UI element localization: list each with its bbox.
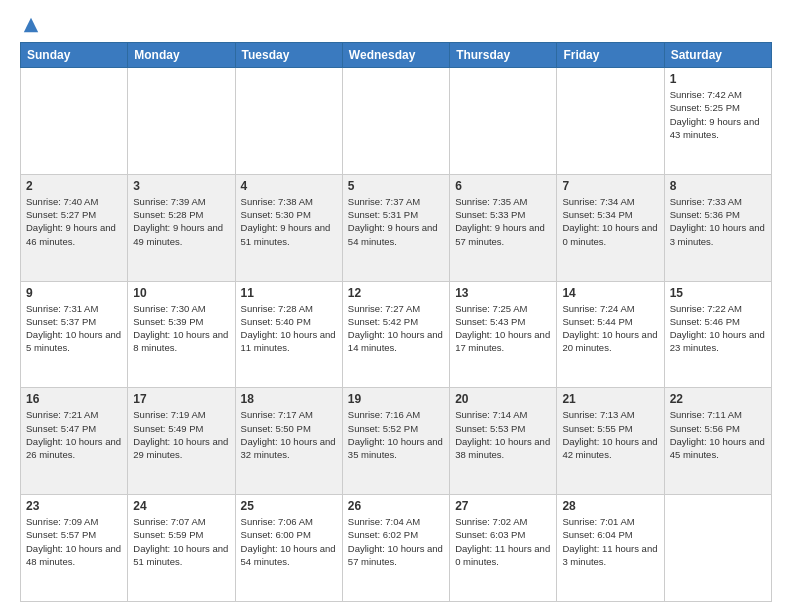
calendar-cell: 26Sunrise: 7:04 AM Sunset: 6:02 PM Dayli… [342, 495, 449, 602]
day-number: 19 [348, 392, 444, 406]
calendar-cell: 25Sunrise: 7:06 AM Sunset: 6:00 PM Dayli… [235, 495, 342, 602]
calendar-cell: 24Sunrise: 7:07 AM Sunset: 5:59 PM Dayli… [128, 495, 235, 602]
day-number: 6 [455, 179, 551, 193]
day-number: 26 [348, 499, 444, 513]
cell-info: Sunrise: 7:07 AM Sunset: 5:59 PM Dayligh… [133, 515, 229, 568]
calendar-cell: 14Sunrise: 7:24 AM Sunset: 5:44 PM Dayli… [557, 281, 664, 388]
calendar-cell: 27Sunrise: 7:02 AM Sunset: 6:03 PM Dayli… [450, 495, 557, 602]
cell-info: Sunrise: 7:22 AM Sunset: 5:46 PM Dayligh… [670, 302, 766, 355]
day-number: 13 [455, 286, 551, 300]
day-number: 20 [455, 392, 551, 406]
week-row-5: 23Sunrise: 7:09 AM Sunset: 5:57 PM Dayli… [21, 495, 772, 602]
cell-info: Sunrise: 7:16 AM Sunset: 5:52 PM Dayligh… [348, 408, 444, 461]
calendar-cell: 8Sunrise: 7:33 AM Sunset: 5:36 PM Daylig… [664, 174, 771, 281]
calendar-cell [342, 68, 449, 175]
cell-info: Sunrise: 7:27 AM Sunset: 5:42 PM Dayligh… [348, 302, 444, 355]
day-number: 14 [562, 286, 658, 300]
cell-info: Sunrise: 7:42 AM Sunset: 5:25 PM Dayligh… [670, 88, 766, 141]
calendar-cell [235, 68, 342, 175]
calendar-cell: 6Sunrise: 7:35 AM Sunset: 5:33 PM Daylig… [450, 174, 557, 281]
day-number: 23 [26, 499, 122, 513]
day-header-thursday: Thursday [450, 43, 557, 68]
calendar-cell: 22Sunrise: 7:11 AM Sunset: 5:56 PM Dayli… [664, 388, 771, 495]
day-number: 16 [26, 392, 122, 406]
calendar-cell: 11Sunrise: 7:28 AM Sunset: 5:40 PM Dayli… [235, 281, 342, 388]
calendar-table: SundayMondayTuesdayWednesdayThursdayFrid… [20, 42, 772, 602]
cell-info: Sunrise: 7:11 AM Sunset: 5:56 PM Dayligh… [670, 408, 766, 461]
logo-icon [22, 16, 40, 34]
day-number: 10 [133, 286, 229, 300]
cell-info: Sunrise: 7:28 AM Sunset: 5:40 PM Dayligh… [241, 302, 337, 355]
day-number: 18 [241, 392, 337, 406]
calendar-cell: 18Sunrise: 7:17 AM Sunset: 5:50 PM Dayli… [235, 388, 342, 495]
calendar-cell: 16Sunrise: 7:21 AM Sunset: 5:47 PM Dayli… [21, 388, 128, 495]
cell-info: Sunrise: 7:13 AM Sunset: 5:55 PM Dayligh… [562, 408, 658, 461]
calendar-cell: 5Sunrise: 7:37 AM Sunset: 5:31 PM Daylig… [342, 174, 449, 281]
week-row-2: 2Sunrise: 7:40 AM Sunset: 5:27 PM Daylig… [21, 174, 772, 281]
day-number: 27 [455, 499, 551, 513]
calendar-cell: 9Sunrise: 7:31 AM Sunset: 5:37 PM Daylig… [21, 281, 128, 388]
cell-info: Sunrise: 7:19 AM Sunset: 5:49 PM Dayligh… [133, 408, 229, 461]
day-number: 24 [133, 499, 229, 513]
cell-info: Sunrise: 7:06 AM Sunset: 6:00 PM Dayligh… [241, 515, 337, 568]
day-number: 17 [133, 392, 229, 406]
calendar-cell: 4Sunrise: 7:38 AM Sunset: 5:30 PM Daylig… [235, 174, 342, 281]
calendar-cell: 1Sunrise: 7:42 AM Sunset: 5:25 PM Daylig… [664, 68, 771, 175]
cell-info: Sunrise: 7:35 AM Sunset: 5:33 PM Dayligh… [455, 195, 551, 248]
cell-info: Sunrise: 7:02 AM Sunset: 6:03 PM Dayligh… [455, 515, 551, 568]
day-number: 8 [670, 179, 766, 193]
calendar-cell: 17Sunrise: 7:19 AM Sunset: 5:49 PM Dayli… [128, 388, 235, 495]
calendar-cell: 12Sunrise: 7:27 AM Sunset: 5:42 PM Dayli… [342, 281, 449, 388]
week-row-1: 1Sunrise: 7:42 AM Sunset: 5:25 PM Daylig… [21, 68, 772, 175]
day-number: 28 [562, 499, 658, 513]
day-number: 5 [348, 179, 444, 193]
page: SundayMondayTuesdayWednesdayThursdayFrid… [0, 0, 792, 612]
calendar-cell: 10Sunrise: 7:30 AM Sunset: 5:39 PM Dayli… [128, 281, 235, 388]
cell-info: Sunrise: 7:39 AM Sunset: 5:28 PM Dayligh… [133, 195, 229, 248]
calendar-cell: 15Sunrise: 7:22 AM Sunset: 5:46 PM Dayli… [664, 281, 771, 388]
day-header-friday: Friday [557, 43, 664, 68]
cell-info: Sunrise: 7:04 AM Sunset: 6:02 PM Dayligh… [348, 515, 444, 568]
calendar-cell: 3Sunrise: 7:39 AM Sunset: 5:28 PM Daylig… [128, 174, 235, 281]
calendar-cell: 2Sunrise: 7:40 AM Sunset: 5:27 PM Daylig… [21, 174, 128, 281]
day-number: 21 [562, 392, 658, 406]
cell-info: Sunrise: 7:09 AM Sunset: 5:57 PM Dayligh… [26, 515, 122, 568]
cell-info: Sunrise: 7:21 AM Sunset: 5:47 PM Dayligh… [26, 408, 122, 461]
day-header-sunday: Sunday [21, 43, 128, 68]
day-header-wednesday: Wednesday [342, 43, 449, 68]
day-header-monday: Monday [128, 43, 235, 68]
calendar-cell [557, 68, 664, 175]
cell-info: Sunrise: 7:14 AM Sunset: 5:53 PM Dayligh… [455, 408, 551, 461]
calendar-cell: 13Sunrise: 7:25 AM Sunset: 5:43 PM Dayli… [450, 281, 557, 388]
week-row-3: 9Sunrise: 7:31 AM Sunset: 5:37 PM Daylig… [21, 281, 772, 388]
cell-info: Sunrise: 7:01 AM Sunset: 6:04 PM Dayligh… [562, 515, 658, 568]
day-number: 22 [670, 392, 766, 406]
day-number: 2 [26, 179, 122, 193]
week-row-4: 16Sunrise: 7:21 AM Sunset: 5:47 PM Dayli… [21, 388, 772, 495]
day-number: 15 [670, 286, 766, 300]
cell-info: Sunrise: 7:31 AM Sunset: 5:37 PM Dayligh… [26, 302, 122, 355]
calendar-cell: 23Sunrise: 7:09 AM Sunset: 5:57 PM Dayli… [21, 495, 128, 602]
cell-info: Sunrise: 7:34 AM Sunset: 5:34 PM Dayligh… [562, 195, 658, 248]
calendar-cell [664, 495, 771, 602]
cell-info: Sunrise: 7:40 AM Sunset: 5:27 PM Dayligh… [26, 195, 122, 248]
cell-info: Sunrise: 7:37 AM Sunset: 5:31 PM Dayligh… [348, 195, 444, 248]
calendar-cell: 7Sunrise: 7:34 AM Sunset: 5:34 PM Daylig… [557, 174, 664, 281]
day-number: 4 [241, 179, 337, 193]
cell-info: Sunrise: 7:38 AM Sunset: 5:30 PM Dayligh… [241, 195, 337, 248]
cell-info: Sunrise: 7:33 AM Sunset: 5:36 PM Dayligh… [670, 195, 766, 248]
header-row: SundayMondayTuesdayWednesdayThursdayFrid… [21, 43, 772, 68]
cell-info: Sunrise: 7:17 AM Sunset: 5:50 PM Dayligh… [241, 408, 337, 461]
day-number: 9 [26, 286, 122, 300]
calendar-cell: 20Sunrise: 7:14 AM Sunset: 5:53 PM Dayli… [450, 388, 557, 495]
day-header-tuesday: Tuesday [235, 43, 342, 68]
day-number: 3 [133, 179, 229, 193]
cell-info: Sunrise: 7:24 AM Sunset: 5:44 PM Dayligh… [562, 302, 658, 355]
calendar-cell: 19Sunrise: 7:16 AM Sunset: 5:52 PM Dayli… [342, 388, 449, 495]
calendar-cell: 21Sunrise: 7:13 AM Sunset: 5:55 PM Dayli… [557, 388, 664, 495]
day-number: 7 [562, 179, 658, 193]
cell-info: Sunrise: 7:25 AM Sunset: 5:43 PM Dayligh… [455, 302, 551, 355]
cell-info: Sunrise: 7:30 AM Sunset: 5:39 PM Dayligh… [133, 302, 229, 355]
header [20, 16, 772, 34]
day-number: 12 [348, 286, 444, 300]
